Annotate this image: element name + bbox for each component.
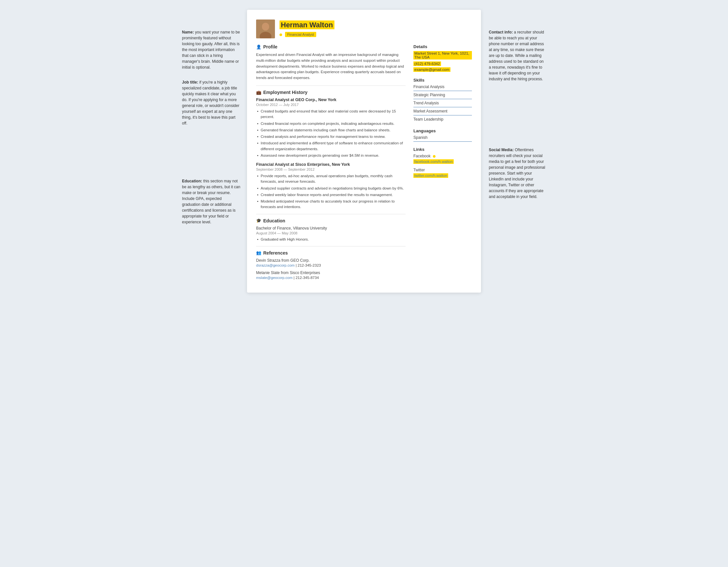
job2-dates: September 2008 — September 2012 (256, 167, 406, 171)
references-section: 👥 References Devin Strazza from GEO Corp… (256, 250, 406, 279)
skill-2: Strategic Planning (413, 93, 472, 99)
links-section: Links Facebook facebook.com/h.walton Twi… (413, 147, 472, 179)
language-1: Spanish (413, 135, 472, 142)
education-icon: 🎓 (256, 218, 261, 223)
job2-bullet-1: Provide reports, ad-hoc analysis, annual… (256, 173, 406, 185)
avatar-image (256, 19, 275, 38)
education-annotation-text: this section may not be as lengthy as ot… (182, 179, 240, 224)
right-annotations: Contact info: a recruiter should be able… (481, 10, 546, 219)
facebook-label-text: Facebook (413, 154, 431, 158)
job2-bullet-3: Created weekly labor finance reports and… (256, 192, 406, 198)
education-section-title: 🎓 Education (256, 218, 406, 223)
resume-body: 👤 Profile Experienced and driven Financi… (256, 44, 472, 283)
skill-3: Trend Analysis (413, 101, 472, 107)
title-dot (279, 33, 282, 36)
education-annotation: Education: this section may not be as le… (182, 178, 241, 225)
resume-card: Herman Walton Financial Analyst 👤 Profil… (247, 10, 481, 293)
job2-bullets: Provide reports, ad-hoc analysis, annual… (256, 173, 406, 210)
name-block: Herman Walton Financial Analyst (279, 21, 472, 37)
references-section-title: 👥 References (256, 250, 406, 255)
profile-icon: 👤 (256, 45, 261, 49)
candidate-job-title: Financial Analyst (285, 32, 317, 37)
ref1-phone: 212-345-2323 (298, 263, 321, 267)
ref2-email[interactable]: mslate@geocorp.com (256, 276, 293, 279)
address-container: Market Street 1, New York, 1021, The USA (413, 51, 472, 60)
facebook-dot (433, 155, 435, 158)
profile-section-title: 👤 Profile (256, 44, 406, 49)
edu-bullets: Graduated with High Honors. (256, 237, 406, 242)
job1-bullet-5: Introduced and implemented a different t… (256, 140, 406, 152)
left-annotations: Name: you want your name to be prominent… (182, 10, 247, 234)
job1-bullet-2: Created financial reports on completed p… (256, 121, 406, 126)
page-layout: Name: you want your name to be prominent… (182, 10, 546, 293)
languages-section: Languages Spanish (413, 128, 472, 142)
job1-bullet-1: Created budgets and ensured that labor a… (256, 109, 406, 120)
references-icon: 👥 (256, 250, 261, 255)
job-entry-1: Financial Analyst at GEO Corp., New York… (256, 97, 406, 158)
details-title: Details (413, 44, 472, 49)
resume-main: 👤 Profile Experienced and driven Financi… (256, 44, 406, 283)
job2-bullet-4: Modeled anticipated revenue charts to ac… (256, 199, 406, 210)
divider-1 (256, 85, 406, 86)
twitter-url-container: twitter.com/h.walton (413, 173, 472, 179)
edu-dates: August 2004 — May 2008 (256, 231, 406, 235)
contact-annotation-text: a recruiter should be able to reach you … (489, 30, 544, 81)
education-section: 🎓 Education Bachelor of Finance, Villano… (256, 218, 406, 242)
job2-bullet-2: Analyzed supplier contracts and advised … (256, 186, 406, 191)
svg-point-3 (262, 23, 269, 31)
contact-annotation: Contact info: a recruiter should be able… (489, 29, 546, 82)
edu-degree: Bachelor of Finance, Villanova Universit… (256, 226, 406, 230)
ref2-phone: 212-345-8734 (295, 276, 319, 279)
job1-bullets: Created budgets and ensured that labor a… (256, 109, 406, 158)
profile-text: Experienced and driven Financial Analyst… (256, 52, 406, 81)
contact-annotation-label: Contact info: (489, 30, 513, 34)
socialmedia-annotation-label: Social Media: (489, 148, 514, 152)
job2-title: Financial Analyst at Sisco Enterprises, … (256, 162, 406, 167)
divider-2 (256, 214, 406, 214)
job1-bullet-4: Created analysis and perfomance reports … (256, 134, 406, 139)
languages-title: Languages (413, 128, 472, 133)
facebook-label: Facebook (413, 154, 472, 158)
employment-section-title: 💼 Employment History (256, 90, 406, 95)
ref2-name: Melanie Slate from Sisco Enterprises (256, 270, 406, 275)
details-section: Details Market Street 1, New York, 1021,… (413, 44, 472, 72)
resume-sidebar: Details Market Street 1, New York, 1021,… (413, 44, 472, 283)
skills-title: Skills (413, 78, 472, 83)
name-annotation-text: you want your name to be prominently fea… (182, 30, 240, 70)
job1-bullet-3: Generated financial statements including… (256, 127, 406, 133)
candidate-name: Herman Walton (279, 20, 334, 29)
email-text: example@gmail.com (413, 67, 450, 72)
profile-title-text: Profile (263, 44, 278, 49)
employment-icon: 💼 (256, 90, 261, 95)
twitter-label-text: Twitter (413, 168, 425, 172)
ref1-name: Devin Strazza from GEO Corp. (256, 258, 406, 263)
twitter-url[interactable]: twitter.com/h.walton (413, 173, 448, 178)
job1-dates: October 2012 — July 2017 (256, 103, 406, 107)
name-annotation: Name: you want your name to be prominent… (182, 29, 241, 70)
job1-bullet-6: Assessed new development projects genera… (256, 153, 406, 158)
ref1-contact: dsrazza@geocorp.com | 212-345-2323 (256, 263, 406, 267)
edu-bullet-1: Graduated with High Honors. (256, 237, 406, 242)
address-text: Market Street 1, New York, 1021, The USA (413, 51, 472, 59)
skill-4: Market Assessment (413, 109, 472, 115)
education-annotation-label: Education: (182, 179, 202, 183)
name-annotation-label: Name: (182, 30, 194, 34)
phone-text: (412) 479-6342 (413, 61, 441, 66)
skills-section: Skills Financial Analysis Strategic Plan… (413, 78, 472, 123)
divider-3 (256, 246, 406, 246)
profile-section: 👤 Profile Experienced and driven Financi… (256, 44, 406, 81)
facebook-url-container: facebook.com/h.walton (413, 159, 472, 165)
jobtitle-annotation-label: Job title: (182, 80, 198, 84)
skill-5: Team Leadership (413, 117, 472, 123)
jobtitle-annotation: Job title: if you're a highly specialize… (182, 79, 241, 126)
resume-header: Herman Walton Financial Analyst (256, 19, 472, 38)
job1-title: Financial Analyst at GEO Corp., New York (256, 97, 406, 102)
email-container: example@gmail.com (413, 67, 472, 72)
phone-container: (412) 479-6342 (413, 61, 472, 66)
ref2-contact: mslate@geocorp.com | 212-345-8734 (256, 276, 406, 279)
socialmedia-annotation-text: Oftentimes recruiters will check your so… (489, 148, 545, 199)
ref1-email[interactable]: dsrazza@geocorp.com (256, 263, 294, 267)
references-title-text: References (263, 250, 288, 255)
candidate-name-container: Herman Walton (279, 21, 472, 29)
facebook-url[interactable]: facebook.com/h.walton (413, 159, 454, 164)
